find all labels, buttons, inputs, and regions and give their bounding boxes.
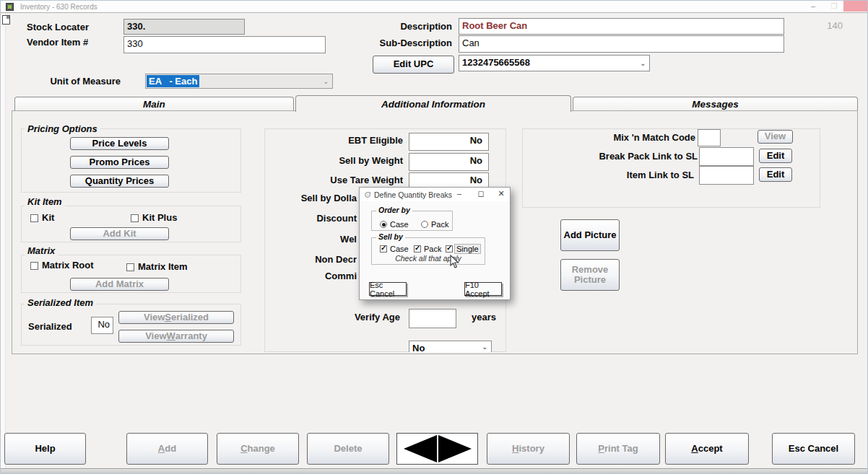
serialized-label: Serialized — [28, 321, 72, 332]
dialog-title-bar[interactable]: Define Quantity Breaks – ◻ ✕ — [360, 188, 510, 201]
tab-additional-information[interactable]: Additional Information — [295, 95, 571, 112]
price-levels-button[interactable]: Price Levels — [70, 137, 169, 150]
mouse-cursor — [450, 255, 460, 269]
break-pack-edit-button[interactable]: Edit — [759, 149, 792, 163]
dialog-minimize-button[interactable]: – — [453, 189, 465, 198]
window-bottom-edge — [1, 468, 867, 473]
accept-button[interactable]: Accept — [665, 433, 749, 465]
sub-description-field[interactable]: Can — [459, 35, 784, 53]
vendor-item-field[interactable]: 330 — [123, 36, 326, 53]
order-by-legend: Order by — [376, 206, 412, 214]
sell-by-legend: Sell by — [376, 232, 405, 241]
break-pack-link-label: Break Pack Link to SL — [560, 151, 698, 162]
edit-upc-button[interactable]: Edit UPC — [373, 56, 454, 74]
view-warranty-button: View Warranty — [118, 330, 234, 343]
order-by-case-label: Case — [390, 220, 409, 229]
close-button[interactable] — [843, 1, 868, 12]
change-button: Change — [217, 433, 299, 465]
dialog-maximize-button[interactable]: ◻ — [475, 189, 487, 198]
matrix-root-checkbox[interactable] — [30, 262, 38, 270]
stock-locater-field: 330. — [123, 19, 245, 35]
sub-description-label: Sub-Description — [347, 38, 452, 48]
sell-by-case-label: Case — [390, 245, 409, 253]
view-mix-match-button: View — [758, 130, 793, 144]
record-navigation-button[interactable] — [396, 433, 478, 465]
kit-item-legend: Kit Item — [25, 196, 65, 207]
record-number: 140 — [811, 20, 843, 31]
minimize-button[interactable]: – — [807, 1, 819, 10]
ebt-eligible-field[interactable]: No — [409, 133, 489, 151]
tab-main[interactable]: Main — [14, 97, 294, 111]
stock-locater-label: Stock Locater — [27, 22, 89, 32]
commission-label-partial: Commi — [246, 271, 357, 281]
mix-match-label: Mix 'n Match Code — [558, 132, 695, 143]
next-record-icon[interactable] — [438, 435, 472, 462]
verify-age-field[interactable] — [409, 309, 456, 328]
item-link-edit-button[interactable]: Edit — [759, 167, 792, 182]
sell-by-single-checkbox[interactable] — [446, 245, 453, 253]
kit-checkbox-label: Kit — [42, 212, 54, 223]
upc-dropdown[interactable]: 1232475665568 ⌄ — [459, 55, 650, 71]
document-icon — [2, 15, 10, 25]
item-link-field[interactable] — [699, 166, 754, 185]
history-button: History — [487, 433, 570, 465]
sell-by-weight-label: Sell by Weight — [266, 155, 403, 166]
view-serialized-button: View Serialized — [118, 311, 234, 324]
years-label: years — [472, 312, 496, 322]
discount-label-partial: Discount — [246, 213, 357, 224]
promo-prices-button[interactable]: Promo Prices — [70, 156, 169, 169]
esc-cancel-button[interactable]: Esc Cancel — [772, 433, 855, 465]
unit-of-measure-dropdown[interactable]: EA - Each ⌄ — [145, 74, 333, 89]
sell-by-pack-checkbox[interactable] — [414, 245, 421, 253]
chevron-down-icon: ⌄ — [640, 59, 646, 66]
dialog-title: Define Quantity Breaks — [374, 190, 452, 199]
add-kit-button: Add Kit — [70, 227, 169, 240]
chevron-down-icon: ⌄ — [323, 77, 329, 84]
add-picture-button[interactable]: Add Picture — [560, 219, 620, 251]
matrix-item-checkbox[interactable] — [126, 263, 134, 271]
sell-by-weight-field[interactable]: No — [409, 153, 489, 171]
matrix-legend: Matrix — [25, 245, 58, 256]
unit-of-measure-value: EA - Each — [147, 75, 199, 87]
break-pack-link-field[interactable] — [699, 147, 754, 166]
pricing-options-legend: Pricing Options — [25, 123, 100, 134]
define-quantity-breaks-dialog: Define Quantity Breaks – ◻ ✕ Order by Ca… — [359, 187, 511, 300]
unit-of-measure-label: Unit of Measure — [38, 76, 121, 87]
chevron-down-icon: ⌄ — [482, 343, 487, 350]
left-toolbar-strip — [1, 14, 6, 470]
order-by-pack-radio[interactable] — [421, 221, 428, 228]
order-by-pack-label: Pack — [431, 220, 448, 229]
kit-plus-checkbox[interactable] — [131, 214, 139, 222]
maximize-button[interactable]: ❐ — [828, 2, 840, 10]
serialized-field: No — [91, 317, 113, 334]
order-by-case-radio[interactable] — [380, 221, 387, 228]
add-matrix-button: Add Matrix — [70, 278, 169, 291]
sell-by-case-checkbox[interactable] — [380, 245, 387, 253]
upc-value: 1232475665568 — [462, 57, 530, 68]
quantity-prices-button[interactable]: Quantity Prices — [70, 175, 169, 188]
ebt-eligible-label: EBT Eligible — [266, 135, 403, 146]
sell-by-pack-label: Pack — [424, 245, 441, 253]
bottom-dropdown[interactable]: No ⌄ — [409, 341, 492, 352]
matrix-item-label: Matrix Item — [138, 261, 188, 272]
dialog-accept-button[interactable]: F10 Accept — [464, 282, 502, 296]
vendor-item-label: Vendor Item # — [27, 37, 88, 48]
dialog-close-button[interactable]: ✕ — [495, 189, 507, 198]
kit-plus-checkbox-label: Kit Plus — [142, 212, 177, 223]
app-icon — [6, 3, 14, 11]
kit-checkbox[interactable] — [30, 214, 38, 222]
tab-messages[interactable]: Messages — [573, 97, 858, 111]
window-title: Inventory - 630 Records — [20, 3, 97, 11]
serialized-item-legend: Serialized Item — [25, 297, 96, 308]
help-button[interactable]: Help — [4, 433, 86, 465]
description-field[interactable]: Root Beer Can — [459, 18, 784, 35]
dialog-cancel-button[interactable]: Esc Cancel — [369, 282, 407, 296]
matrix-root-label: Matrix Root — [42, 260, 94, 271]
item-link-label: Item Link to SL — [557, 170, 694, 180]
delete-button: Delete — [307, 433, 389, 465]
previous-record-icon[interactable] — [404, 435, 437, 462]
check-all-hint: Check all that apply — [371, 254, 485, 263]
remove-picture-button: Remove Picture — [560, 259, 620, 291]
mix-match-field[interactable] — [698, 129, 721, 146]
dialog-icon — [365, 192, 370, 198]
